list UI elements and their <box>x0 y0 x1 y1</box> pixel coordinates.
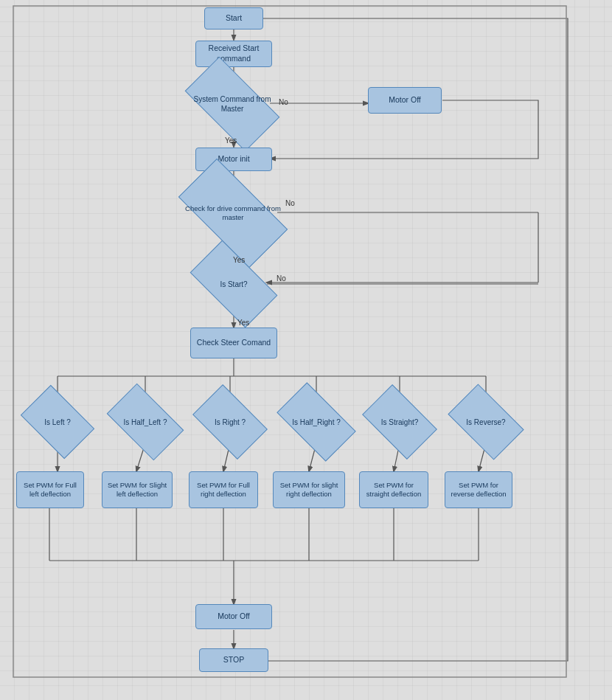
svg-rect-34 <box>13 6 566 677</box>
diagram-area: Start Received Start command System Comm… <box>0 0 612 700</box>
no-label-3: No <box>277 274 286 283</box>
check-steer-box: Check Steer Comand <box>190 328 277 358</box>
yes-label-2: Yes <box>233 256 245 264</box>
check-drive-diamond: Check for drive command from master <box>183 186 283 240</box>
no-label-1: No <box>279 98 288 106</box>
is-start-diamond: Is Start? <box>195 261 273 307</box>
is-half-right-diamond: Is Half_Right ? <box>282 401 351 443</box>
is-straight-diamond: Is Straight? <box>368 401 431 443</box>
is-half-left-diamond: Is Half_Left ? <box>112 401 178 443</box>
pwm-full-right-box: Set PWM for Full right deflection <box>189 471 258 508</box>
motor-off-bottom-box: Motor Off <box>195 604 272 629</box>
pwm-reverse-box: Set PWM for reverse deflection <box>445 471 512 508</box>
yes-label-3: Yes <box>237 319 249 327</box>
yes-label-1: Yes <box>225 136 237 145</box>
is-left-diamond: Is Left ? <box>27 401 88 443</box>
no-label-2: No <box>285 199 295 207</box>
system-command-diamond: System Command from Master <box>189 80 275 128</box>
is-reverse-diamond: Is Reverse? <box>453 401 518 443</box>
pwm-slight-left-box: Set PWM for Slight left deflection <box>102 471 173 508</box>
stop-box: STOP <box>199 648 268 672</box>
received-start-box: Received Start command <box>195 41 272 67</box>
pwm-slight-right-box: Set PWM for slight right deflection <box>273 471 345 508</box>
pwm-full-left-box: Set PWM for Full left deflection <box>16 471 84 508</box>
motor-off-top-box: Motor Off <box>368 87 442 114</box>
flowchart-arrows <box>0 0 612 700</box>
start-box: Start <box>204 7 263 30</box>
pwm-straight-box: Set PWM for straight deflection <box>359 471 428 508</box>
is-right-diamond: Is Right ? <box>198 401 262 443</box>
